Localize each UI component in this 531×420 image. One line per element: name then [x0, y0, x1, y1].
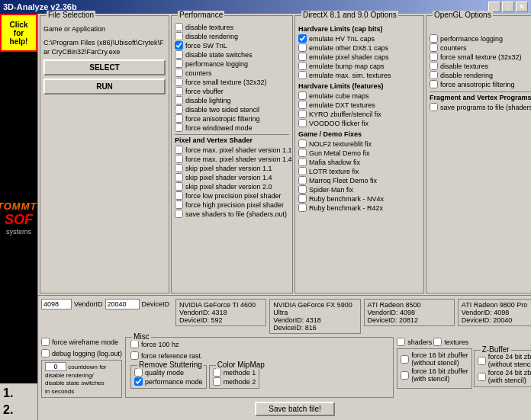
opengl-items-label-4: disable rendering — [440, 72, 493, 79]
pvs-items-checkbox-5[interactable] — [175, 191, 183, 200]
game-demo-items-label-1: Gun Metal Demo fix — [309, 149, 370, 157]
shaders-checkbox[interactable] — [397, 338, 405, 346]
perf-items-checkbox-6[interactable] — [175, 78, 183, 86]
click-help-label: Clickforhelp! — [10, 21, 28, 46]
save-batch-button[interactable]: Save batch file! — [255, 402, 334, 416]
hw-feat-items-checkbox-3[interactable] — [298, 119, 307, 127]
forceref-checkbox[interactable] — [130, 351, 139, 360]
quality-mode-checkbox[interactable] — [134, 368, 143, 377]
device-id-input[interactable] — [105, 299, 140, 309]
step2-label: 2. — [3, 403, 34, 417]
pvs-items-checkbox-4[interactable] — [175, 182, 183, 191]
pvs-items-label-2: skip pixel shader version 1.1 — [185, 165, 272, 172]
pvs-items-checkbox-6[interactable] — [175, 200, 183, 209]
opengl-items-checkbox-3[interactable] — [430, 62, 438, 70]
perf-items-checkbox-4[interactable] — [175, 59, 183, 68]
logo-area: TOMMTI SOF systems — [0, 52, 37, 383]
perf-items-checkbox-2[interactable] — [175, 41, 183, 50]
countdown-input[interactable] — [45, 362, 66, 371]
game-demo-items-checkbox-5[interactable] — [298, 185, 307, 194]
wireframe-checkbox[interactable] — [41, 338, 50, 346]
left-panel: Clickforhelp! TOMMTI SOF systems 1. 2. — [0, 14, 38, 420]
hw-caps-items-checkbox-4[interactable] — [298, 71, 307, 79]
hw-caps-items-checkbox-2[interactable] — [298, 53, 307, 61]
hw-feat-items-checkbox-0[interactable] — [298, 91, 307, 100]
pvs-items-checkbox-3[interactable] — [175, 173, 183, 181]
select-button[interactable]: SELECT — [43, 59, 166, 75]
device-id-label: DeviceID — [142, 300, 170, 308]
perf-items-checkbox-3[interactable] — [175, 50, 183, 59]
game-demo-items-checkbox-6[interactable] — [298, 194, 307, 203]
hw-caps-items-checkbox-1[interactable] — [298, 43, 307, 52]
opengl-items-checkbox-2[interactable] — [430, 53, 438, 61]
perf-items-checkbox-10[interactable] — [175, 114, 183, 123]
perf-items-checkbox-1[interactable] — [175, 32, 183, 40]
force16-no-stencil-item: force 16 bit zbuffer(without stencil) — [401, 351, 468, 367]
force24-no-stencil-checkbox[interactable] — [478, 357, 486, 365]
game-demo-items-checkbox-3[interactable] — [298, 167, 307, 175]
perf-items-checkbox-0[interactable] — [175, 23, 183, 31]
game-demo-items-checkbox-7[interactable] — [298, 204, 307, 212]
methode2-checkbox[interactable] — [213, 377, 221, 386]
opengl-items-checkbox-0[interactable] — [430, 34, 438, 43]
list-item: force max. pixel shader version 1.4 — [175, 155, 289, 163]
ati-radeon-8500: ATI Radeon 8500 VendorID: 4098 DeviceID:… — [364, 299, 455, 326]
directx-panel: DirectX 8.1 and 9.0 Options Hardvare Lim… — [294, 15, 424, 293]
frag-vert-title: Fragment and Vertex Programs — [430, 91, 531, 101]
file-selection-title: File Selection — [47, 11, 95, 19]
run-button[interactable]: RUN — [43, 79, 166, 95]
hw-caps-items-label-4: emulate max. sim. textures — [309, 72, 391, 79]
close-button[interactable]: ✕ — [516, 2, 528, 12]
list-item: skip pixel shader version 2.0 — [175, 182, 289, 191]
game-demo-items-label-5: Spider-Man fix — [309, 186, 353, 194]
pvs-items-checkbox-2[interactable] — [175, 164, 183, 172]
debug-item: debug logging (log.out) — [41, 349, 122, 357]
pvs-items-label-3: skip pixel shader version 1.4 — [185, 174, 272, 181]
force24-stencil-checkbox[interactable] — [478, 373, 486, 381]
list-item: emulate DXT textures — [298, 101, 420, 109]
list-item: Ruby benchmark - R42x — [298, 204, 420, 212]
perf-items-label-11: force windowed mode — [185, 124, 253, 132]
opengl-items-checkbox-5[interactable] — [430, 80, 438, 88]
force16-no-stencil-label: force 16 bit zbuffer(without stencil) — [411, 351, 468, 367]
pvs-items-label-4: skip pixel shader version 2.0 — [185, 183, 272, 191]
perf-items-checkbox-8[interactable] — [175, 96, 183, 104]
pvs-items-checkbox-7[interactable] — [175, 210, 183, 218]
perf-items-checkbox-5[interactable] — [175, 69, 183, 77]
game-demo-items-checkbox-4[interactable] — [298, 176, 307, 184]
hw-caps-items-checkbox-0[interactable] — [298, 34, 307, 43]
ati1-device: 20812 — [399, 316, 418, 324]
hw-feat-items-checkbox-2[interactable] — [298, 110, 307, 118]
opengl-items-label-0: performance logging — [440, 35, 503, 43]
pvs-items-checkbox-0[interactable] — [175, 146, 183, 154]
debug-checkbox[interactable] — [41, 349, 50, 357]
perf-mode-checkbox[interactable] — [134, 377, 143, 386]
vendor-id-input[interactable] — [41, 299, 72, 309]
perf-items-checkbox-11[interactable] — [175, 123, 183, 132]
performance-items: disable texturesdisable renderingforce S… — [175, 23, 289, 132]
perf-items-checkbox-7[interactable] — [175, 87, 183, 95]
misc-title: Misc — [132, 332, 151, 341]
game-demo-items-checkbox-2[interactable] — [298, 158, 307, 166]
list-item: counters — [175, 69, 289, 77]
force16-stencil-item: force 16 bit zbuffer(with stencil) — [401, 367, 468, 383]
force16-stencil-checkbox[interactable] — [401, 371, 409, 380]
click-help-button[interactable]: Clickforhelp! — [0, 14, 37, 52]
force16-no-stencil-checkbox[interactable] — [401, 355, 409, 364]
textures-checkbox[interactable] — [433, 338, 442, 346]
maximize-button[interactable]: □ — [502, 2, 514, 12]
methode1-checkbox[interactable] — [213, 368, 221, 377]
perf-items-checkbox-9[interactable] — [175, 105, 183, 114]
remove-stutter-panel: Remove Stuttering quality mode performan… — [130, 365, 207, 389]
frag-items-checkbox-0[interactable] — [430, 103, 438, 111]
textures-label: textures — [444, 338, 468, 346]
force24-no-stencil-item: force 24 bit zbuffer(without stencil) — [478, 353, 531, 368]
game-demo-items-checkbox-0[interactable] — [298, 139, 307, 148]
pvs-items-checkbox-1[interactable] — [175, 155, 183, 163]
hw-feat-items-checkbox-1[interactable] — [298, 101, 307, 109]
game-demo-items-checkbox-1[interactable] — [298, 149, 307, 157]
hw-caps-items-checkbox-3[interactable] — [298, 62, 307, 70]
opengl-items-checkbox-1[interactable] — [430, 43, 438, 52]
opengl-items-checkbox-4[interactable] — [430, 71, 438, 79]
force100hz-checkbox[interactable] — [130, 340, 139, 348]
